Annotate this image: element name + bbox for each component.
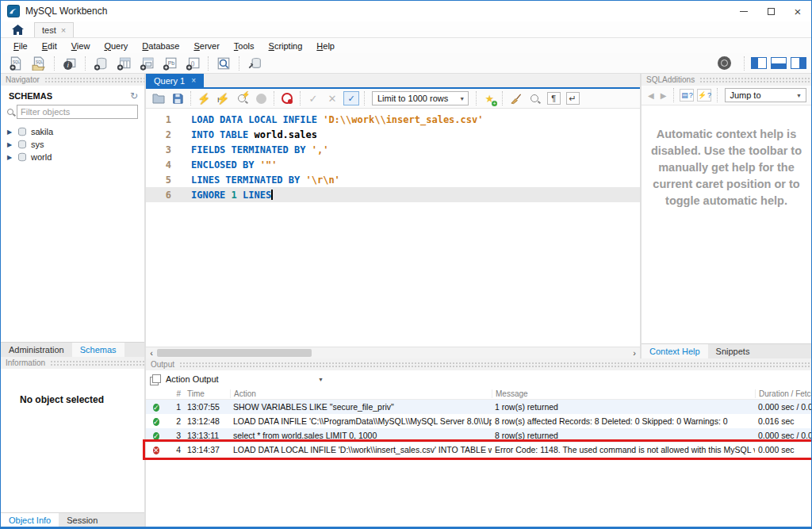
tab-administration[interactable]: Administration xyxy=(1,343,72,357)
scroll-left-icon[interactable]: ‹ xyxy=(146,348,157,358)
scrollbar-thumb[interactable] xyxy=(157,349,312,357)
toggle-output-panel-button[interactable] xyxy=(771,57,787,69)
context-help-message: Automatic context help is disabled. Use … xyxy=(649,126,803,209)
new-sql-tab-button[interactable]: SQL xyxy=(6,55,26,72)
toolbar-separator xyxy=(717,88,718,102)
minimize-button[interactable] xyxy=(730,2,757,21)
tab-query-1[interactable]: Query 1 × xyxy=(146,74,204,87)
search-table-data-button[interactable] xyxy=(213,55,234,72)
schema-item-sakila[interactable]: ▶ sakila xyxy=(7,125,144,138)
home-tab[interactable] xyxy=(7,21,28,37)
sql-keyword: INTO TABLE xyxy=(191,129,254,140)
toolbar-separator xyxy=(300,91,301,105)
row-duration: 0.016 sec xyxy=(755,416,811,426)
connection-tab-test[interactable]: test × xyxy=(34,22,74,37)
row-action: select * from world.sales LIMIT 0, 1000 xyxy=(230,431,492,440)
autocommit-toggle[interactable]: ✓ xyxy=(343,90,360,106)
tab-context-help[interactable]: Context Help xyxy=(642,344,708,358)
create-schema-button[interactable] xyxy=(90,55,111,72)
save-snippet-button[interactable]: ★+ xyxy=(481,90,498,106)
explain-plan-button[interactable]: ⚡ xyxy=(233,90,251,106)
menu-query[interactable]: Query xyxy=(98,40,134,52)
toggle-word-wrap-button[interactable]: ↵ xyxy=(564,90,581,106)
connection-tab-close-icon[interactable]: × xyxy=(61,25,66,35)
schema-item-world[interactable]: ▶ world xyxy=(7,151,144,163)
expand-arrow-icon[interactable]: ▶ xyxy=(7,128,13,136)
output-row-3[interactable]: ✓ 3 13:13:11 select * from world.sales L… xyxy=(146,428,811,443)
tab-session[interactable]: Session xyxy=(59,513,105,527)
menu-edit[interactable]: Edit xyxy=(36,40,63,52)
scroll-right-icon[interactable]: › xyxy=(629,348,640,358)
menu-scripting[interactable]: Scripting xyxy=(262,40,309,52)
help-forward-button[interactable]: ▶ xyxy=(659,91,668,100)
menu-help[interactable]: Help xyxy=(310,40,341,52)
inspector-button[interactable]: i xyxy=(59,55,80,72)
code-line-2: 2 INTO TABLE world.sales xyxy=(146,127,640,142)
execute-button[interactable]: ⚡ xyxy=(195,90,213,106)
row-limit-dropdown[interactable]: Limit to 1000 rows ▼ xyxy=(372,91,469,105)
output-row-4-error[interactable]: ✕ 4 13:14:37 LOAD DATA LOCAL INFILE 'D:\… xyxy=(146,443,811,457)
menu-view[interactable]: View xyxy=(65,40,97,52)
stop-on-error-toggle[interactable] xyxy=(278,90,296,106)
menu-bar: File Edit View Query Database Server Too… xyxy=(1,38,811,53)
create-view-button[interactable] xyxy=(136,55,157,72)
schema-item-sys[interactable]: ▶ sys xyxy=(7,138,144,151)
output-row-1[interactable]: ✓ 1 13:07:55 SHOW VARIABLES LIKE "secure… xyxy=(146,400,811,414)
reconnect-dbms-button[interactable] xyxy=(244,55,265,72)
schema-label[interactable]: world xyxy=(31,152,52,162)
tab-object-info[interactable]: Object Info xyxy=(1,513,59,527)
open-sql-script-button[interactable]: SQL xyxy=(29,55,49,72)
menu-server[interactable]: Server xyxy=(187,40,225,52)
reconnect-icon xyxy=(247,56,262,71)
editor-horizontal-scrollbar[interactable]: ‹ › xyxy=(146,347,640,358)
jump-to-dropdown[interactable]: Jump to ▼ xyxy=(725,88,806,102)
sql-editor[interactable]: 1 LOAD DATA LOCAL INFILE 'D:\\work\\inse… xyxy=(146,109,640,347)
commit-button[interactable]: ✓ xyxy=(304,90,322,106)
save-script-button[interactable] xyxy=(169,90,186,106)
expand-arrow-icon[interactable]: ▶ xyxy=(7,141,13,148)
row-index: 3 xyxy=(163,431,184,440)
navigator-title: Navigator xyxy=(6,75,44,84)
help-back-button[interactable]: ◀ xyxy=(646,91,656,100)
create-procedure-button[interactable]: Pb xyxy=(159,55,180,72)
tab-snippets[interactable]: Snippets xyxy=(708,344,758,358)
menu-database[interactable]: Database xyxy=(136,40,186,52)
toolbar-separator xyxy=(502,91,503,105)
expand-arrow-icon[interactable]: ▶ xyxy=(7,154,13,161)
create-function-button[interactable]: () xyxy=(182,55,203,72)
line-number: 3 xyxy=(146,144,171,155)
editor-panel: Query 1 × ⚡ ⚡I xyxy=(146,74,640,358)
manual-context-help-button[interactable]: ▤? xyxy=(680,89,694,102)
menu-tools[interactable]: Tools xyxy=(228,40,261,52)
new-sql-document-icon: SQL xyxy=(9,56,23,71)
sql-number: 1 xyxy=(232,190,237,201)
create-table-button[interactable] xyxy=(113,55,134,72)
execute-current-statement-button[interactable]: ⚡I xyxy=(214,90,232,106)
maximize-button[interactable] xyxy=(757,2,784,21)
output-view-dropdown[interactable]: Action Output ▼ xyxy=(166,372,328,386)
close-button[interactable]: × xyxy=(784,2,811,21)
toolbar-separator xyxy=(208,56,209,71)
toggle-left-sidebar-button[interactable] xyxy=(751,57,767,69)
toggle-invisibles-button[interactable]: ¶ xyxy=(545,90,562,106)
beautify-query-button[interactable] xyxy=(507,90,524,106)
menu-file[interactable]: File xyxy=(7,40,34,52)
stop-button[interactable] xyxy=(252,90,270,106)
rollback-button[interactable]: ✕ xyxy=(324,90,341,106)
find-button[interactable] xyxy=(526,90,543,106)
text-caret xyxy=(271,190,273,200)
schema-filter-input[interactable] xyxy=(17,105,138,119)
toggle-automatic-help-button[interactable]: ⚡? xyxy=(697,89,711,102)
scrollbar-track[interactable] xyxy=(157,347,629,358)
output-title: Output xyxy=(151,360,179,369)
tab-schemas[interactable]: Schemas xyxy=(72,343,124,357)
toggle-right-sidebar-button[interactable] xyxy=(791,57,806,69)
open-script-button[interactable] xyxy=(150,90,167,106)
output-row-2[interactable]: ✓ 2 13:12:48 LOAD DATA INFILE 'C:\\Progr… xyxy=(146,414,811,428)
action-output-grid: # Time Action Message Duration / Fetch ✓… xyxy=(146,388,811,527)
schema-label[interactable]: sys xyxy=(31,140,44,149)
account-icon[interactable] xyxy=(718,56,731,70)
query-tab-close-icon[interactable]: × xyxy=(191,76,196,85)
schema-label[interactable]: sakila xyxy=(31,127,53,136)
refresh-schemas-icon[interactable]: ↻ xyxy=(130,90,138,102)
